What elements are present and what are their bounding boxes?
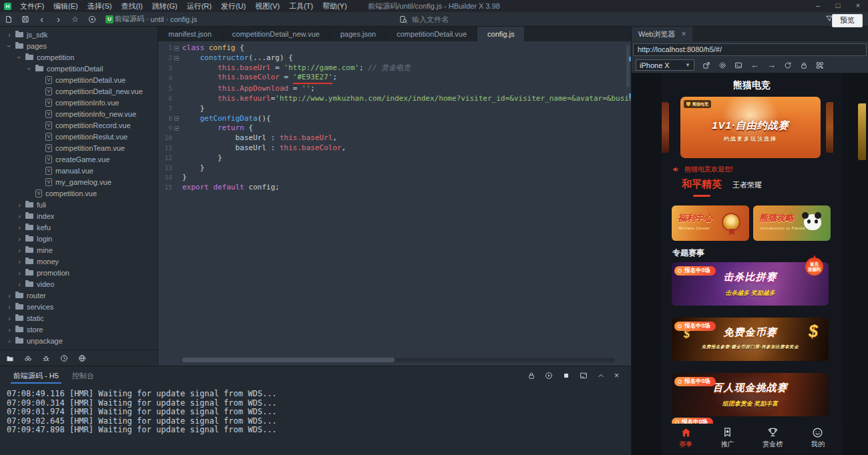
tree-item-competitionReslut.vue[interactable]: VcompetitionReslut.vue [0, 131, 158, 142]
tree-item-competitionTeam.vue[interactable]: VcompetitionTeam.vue [0, 142, 158, 153]
device-select[interactable]: iPhone X ▼ [636, 59, 694, 71]
menu-编辑[interactable]: 编辑(E) [49, 1, 83, 11]
event-banner-免费金币赛[interactable]: $$报名中0场免费金币赛免费报名参赛·赚金币拼门票·再参加比赛拿奖金 [672, 318, 829, 361]
tab-heping-jingying[interactable]: 和平精英 [682, 178, 722, 191]
tree-item-createGame.vue[interactable]: VcreateGame.vue [0, 153, 158, 165]
editor-tab-pages.json[interactable]: pages.json [331, 27, 387, 41]
console-panel-button[interactable] [580, 372, 588, 380]
back-button[interactable]: ‹ [33, 15, 50, 23]
close-icon[interactable]: × [681, 29, 686, 39]
menu-工具[interactable]: 工具(T) [284, 1, 318, 11]
event-banner-百人现金挑战赛[interactable]: 报名中0场百人现金挑战赛组团拿赏金 奖励丰富 [672, 373, 829, 416]
refresh-button[interactable] [784, 61, 792, 69]
lock-button[interactable] [800, 61, 808, 69]
editor-tab-competitionDetail.vue[interactable]: competitionDetail.vue [387, 27, 477, 41]
tree-item-money[interactable]: ›money [0, 256, 158, 267]
tree-item-index[interactable]: ›index [0, 210, 158, 221]
event-banner-击杀比拼赛[interactable]: 报名中0场首充送福利击杀比拼赛击杀越多 奖励越多 [672, 262, 829, 306]
tab-wangzhe-rongyao[interactable]: 王者荣耀 [732, 180, 762, 190]
url-input[interactable] [633, 43, 867, 56]
tabbar-item-赏金榜[interactable]: 赏金榜 [763, 427, 783, 455]
editor-tab-competitionDetail_new.vue[interactable]: competitionDetail_new.vue [222, 27, 331, 41]
chevron-right-icon[interactable]: › [17, 259, 22, 264]
tabbar-item-我的[interactable]: 我的 [811, 427, 825, 455]
chevron-down-icon[interactable]: › [27, 66, 32, 71]
run-button[interactable] [83, 15, 100, 23]
globe-button[interactable] [78, 354, 86, 362]
chevron-right-icon[interactable]: › [17, 270, 22, 276]
tree-item-competitionDetail[interactable]: ›competitionDetail [0, 63, 158, 74]
lock-button[interactable] [527, 372, 535, 380]
carousel-prev-slide[interactable] [662, 102, 669, 153]
breadcrumb-file[interactable]: config.js [170, 15, 197, 23]
browser-tab[interactable]: Web浏览器 × [632, 27, 692, 41]
devtools-button[interactable] [734, 61, 742, 69]
tree-item-competitionDetail_new.vue[interactable]: VcompetitionDetail_new.vue [0, 85, 158, 97]
close-button[interactable]: × [848, 0, 868, 12]
chevron-down-icon[interactable]: › [17, 55, 22, 60]
tree-item-my_gamelog.vue[interactable]: Vmy_gamelog.vue [0, 176, 158, 187]
arrow-left-button[interactable]: ← [750, 61, 759, 69]
close-button[interactable]: × [614, 372, 619, 379]
tree-item-competitionInfo_new.vue[interactable]: VcompetitionInfo_new.vue [0, 108, 158, 119]
tabbar-item-推广[interactable]: 推广 [721, 427, 734, 455]
play-circle-button[interactable] [545, 372, 553, 380]
new-file-button[interactable] [0, 15, 17, 23]
tree-item-competitionRecord.vue[interactable]: VcompetitionRecord.vue [0, 119, 158, 131]
breadcrumb-project[interactable]: 前端源码 [115, 14, 144, 24]
tree-item-fuli[interactable]: ›fuli [0, 199, 158, 210]
fold-marker-icon[interactable] [174, 116, 179, 121]
tree-item-kefu[interactable]: ›kefu [0, 221, 158, 233]
arrow-right-button[interactable]: → [767, 61, 776, 69]
tree-item-js_sdk[interactable]: ›js_sdk [0, 29, 158, 40]
tree-item-store[interactable]: ›store [0, 324, 158, 335]
minimize-button[interactable]: – [808, 0, 828, 12]
bug-button[interactable] [42, 354, 50, 362]
tree-item-services[interactable]: ›services [0, 301, 158, 312]
tree-item-video[interactable]: ›video [0, 278, 158, 290]
carousel-main-slide[interactable]: 熊猫电竞 1V1·自由约战赛 约战更多玩法选择 [680, 97, 821, 158]
tree-item-competition[interactable]: ›competition [0, 51, 158, 63]
menu-运行[interactable]: 运行(R) [182, 1, 216, 11]
editor-vertical-scrollbar[interactable] [626, 45, 630, 87]
hero-carousel[interactable]: 熊猫电竞 1V1·自由约战赛 约战更多玩法选择 [662, 97, 842, 158]
editor-horizontal-scrollbar[interactable] [182, 358, 615, 362]
tree-item-mine[interactable]: ›mine [0, 244, 158, 256]
menu-发行[interactable]: 发行(U) [216, 1, 250, 11]
tree-item-router[interactable]: ›router [0, 290, 158, 301]
gear-button[interactable] [718, 61, 726, 69]
chevron-right-icon[interactable]: › [17, 236, 22, 242]
tree-item-login[interactable]: ›login [0, 233, 158, 244]
console-tab-前端源码 - H5[interactable]: 前端源码 - H5 [7, 366, 65, 385]
stop-button[interactable] [562, 372, 570, 380]
files-button[interactable] [6, 354, 14, 362]
chevron-right-icon[interactable]: › [7, 338, 12, 344]
carousel-next-slide[interactable] [826, 102, 833, 153]
clock-button[interactable] [60, 354, 68, 362]
save-button[interactable] [17, 15, 33, 23]
chevron-right-icon[interactable]: › [17, 202, 22, 207]
tabbar-item-赛事[interactable]: 赛事 [679, 427, 692, 455]
chevron-right-icon[interactable]: › [17, 282, 22, 287]
welfare-center-card[interactable]: 福利中心 Welfare Center [672, 205, 749, 241]
menu-帮助[interactable]: 帮助(Y) [318, 1, 352, 11]
star-button[interactable]: ☆ [67, 15, 83, 23]
editor-tab-config.js[interactable]: config.js [477, 27, 525, 41]
file-search-field[interactable]: 输入文件名 [399, 12, 449, 27]
chevron-up-button[interactable] [597, 372, 605, 380]
chevron-right-icon[interactable]: › [7, 327, 12, 332]
menu-视图[interactable]: 视图(V) [250, 1, 284, 11]
chevron-down-icon[interactable]: › [7, 43, 12, 49]
chevron-right-icon[interactable]: › [7, 304, 12, 310]
breadcrumb-folder[interactable]: until [150, 15, 164, 23]
tree-item-manual.vue[interactable]: Vmanual.vue [0, 165, 158, 176]
tree-item-competitionInfo.vue[interactable]: VcompetitionInfo.vue [0, 97, 158, 108]
tree-item-competition.vue[interactable]: Vcompetition.vue [0, 187, 158, 199]
menu-查找[interactable]: 查找(I) [116, 1, 147, 11]
chevron-right-icon[interactable]: › [17, 213, 22, 219]
console-tab-控制台[interactable]: 控制台 [65, 366, 101, 385]
tree-item-pages[interactable]: ›pages [0, 40, 158, 51]
forward-button[interactable]: › [50, 15, 67, 23]
tree-item-promotion[interactable]: ›promotion [0, 267, 158, 278]
tree-item-static[interactable]: ›static [0, 312, 158, 324]
